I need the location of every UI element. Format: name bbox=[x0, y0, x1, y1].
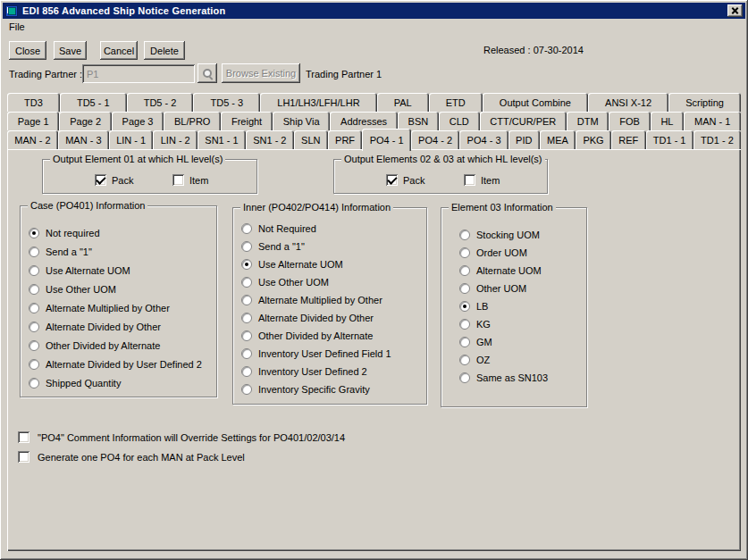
radio-option-not-required[interactable]: Not Required bbox=[241, 222, 426, 234]
radio-option-alternate-divided-by-user-defined-2[interactable]: Alternate Divided by User Defined 2 bbox=[29, 358, 216, 370]
checkbox-pack[interactable] bbox=[95, 174, 106, 186]
radio-option-use-alternate-uom[interactable]: Use Alternate UOM bbox=[29, 264, 216, 276]
radio-option-alternate-divided-by-other[interactable]: Alternate Divided by Other bbox=[29, 321, 216, 332]
checkbox-item[interactable] bbox=[172, 174, 184, 186]
checkbox[interactable] bbox=[18, 451, 29, 463]
radio-option-lb[interactable]: LB bbox=[459, 300, 586, 312]
radio-use-other-uom[interactable] bbox=[241, 277, 252, 288]
radio-other-divided-by-alternate[interactable] bbox=[241, 330, 252, 341]
close-button[interactable] bbox=[727, 4, 743, 17]
radio-option-shipped-quantity[interactable]: Shipped Quantity bbox=[29, 377, 216, 389]
tab-output-combine[interactable]: Output Combine bbox=[483, 93, 588, 112]
tab-td3[interactable]: TD3 bbox=[7, 93, 60, 112]
tab-po4-1[interactable]: PO4 - 1 bbox=[362, 129, 410, 151]
radio-option-gm[interactable]: GM bbox=[459, 336, 586, 347]
tab-ship-via[interactable]: Ship Via bbox=[273, 112, 330, 130]
tab-lin-2[interactable]: LIN - 2 bbox=[153, 130, 198, 149]
radio-use-alternate-uom[interactable] bbox=[29, 265, 39, 276]
radio-alternate-divided-by-other[interactable] bbox=[29, 322, 39, 332]
radio-oz[interactable] bbox=[459, 355, 470, 365]
radio-lb[interactable] bbox=[459, 301, 470, 312]
tab-ansi-x-12[interactable]: ANSI X-12 bbox=[588, 93, 668, 112]
tab-prf[interactable]: PRF bbox=[328, 130, 363, 149]
radio-option-same-as-sn103[interactable]: Same as SN103 bbox=[459, 372, 586, 383]
radio-option-not-required[interactable]: Not required bbox=[29, 227, 216, 238]
radio-option-send-a-1[interactable]: Send a "1" bbox=[241, 240, 426, 252]
tab-td1-2[interactable]: TD1 - 2 bbox=[693, 130, 741, 149]
checkbox[interactable] bbox=[18, 431, 29, 443]
tab-bsn[interactable]: BSN bbox=[398, 112, 439, 130]
radio-shipped-quantity[interactable] bbox=[29, 378, 39, 389]
tab-pal[interactable]: PAL bbox=[377, 93, 429, 112]
tab-fob[interactable]: FOB bbox=[609, 112, 650, 130]
radio-option-inventory-specific-gravity[interactable]: Inventory Specific Gravity bbox=[241, 383, 426, 395]
radio-stocking-uom[interactable] bbox=[459, 230, 470, 240]
tab-hl[interactable]: HL bbox=[651, 112, 685, 130]
radio-gm[interactable] bbox=[459, 337, 470, 347]
tab-lh1-lh3-lfh-lhr[interactable]: LH1/LH3/LFH/LHR bbox=[260, 93, 376, 112]
checkbox-option-generate-one-po4-for-each-man-at-pack-le[interactable]: Generate one PO4 for each MAN at Pack Le… bbox=[18, 451, 345, 463]
tab-pkg[interactable]: PKG bbox=[576, 130, 611, 149]
tab-td5-3[interactable]: TD5 - 3 bbox=[193, 93, 260, 112]
radio-same-as-sn103[interactable] bbox=[459, 372, 470, 383]
radio-inventory-specific-gravity[interactable] bbox=[241, 384, 252, 395]
close-button[interactable]: Close bbox=[9, 41, 46, 60]
radio-other-uom[interactable] bbox=[459, 283, 470, 294]
browse-existing-button[interactable]: Browse Existing bbox=[222, 63, 300, 83]
radio-option-other-divided-by-alternate[interactable]: Other Divided by Alternate bbox=[29, 339, 216, 351]
tab-man-2[interactable]: MAN - 2 bbox=[7, 130, 58, 149]
checkbox-option-po4-comment-information-will-override-se[interactable]: "PO4" Comment Information will Override … bbox=[18, 431, 345, 443]
tab-td1-1[interactable]: TD1 - 1 bbox=[646, 130, 693, 149]
radio-option-alternate-multiplied-by-other[interactable]: Alternate Multiplied by Other bbox=[29, 302, 216, 313]
radio-alternate-divided-by-other[interactable] bbox=[241, 313, 252, 323]
radio-not-required[interactable] bbox=[241, 223, 252, 234]
tab-page-2[interactable]: Page 2 bbox=[59, 112, 111, 130]
checkbox-option-item[interactable]: Item bbox=[172, 174, 208, 186]
tab-addresses[interactable]: Addresses bbox=[330, 112, 398, 130]
tab-po4-2[interactable]: PO4 - 2 bbox=[411, 130, 459, 149]
radio-inventory-user-defined-field-1[interactable] bbox=[241, 348, 252, 359]
radio-option-alternate-uom[interactable]: Alternate UOM bbox=[459, 264, 586, 276]
tab-td5-1[interactable]: TD5 - 1 bbox=[60, 93, 127, 112]
tab-pid[interactable]: PID bbox=[508, 130, 540, 149]
tab-bl-pro[interactable]: BL/PRO bbox=[164, 112, 221, 130]
tab-cld[interactable]: CLD bbox=[439, 112, 480, 130]
radio-option-oz[interactable]: OZ bbox=[459, 354, 586, 365]
radio-option-stocking-uom[interactable]: Stocking UOM bbox=[459, 229, 586, 240]
tab-page-3[interactable]: Page 3 bbox=[112, 112, 164, 130]
tab-sn1-1[interactable]: SN1 - 1 bbox=[198, 130, 246, 149]
radio-option-other-uom[interactable]: Other UOM bbox=[459, 282, 586, 294]
tab-ref[interactable]: REF bbox=[611, 130, 646, 149]
radio-option-send-a-1[interactable]: Send a "1" bbox=[29, 246, 216, 257]
radio-option-inventory-user-defined-field-1[interactable]: Inventory User Defined Field 1 bbox=[241, 347, 426, 359]
cancel-button[interactable]: Cancel bbox=[100, 41, 138, 60]
radio-inventory-user-defined-2[interactable] bbox=[241, 366, 252, 377]
trading-partner-input[interactable] bbox=[82, 64, 195, 83]
radio-use-alternate-uom[interactable] bbox=[241, 259, 252, 270]
radio-other-divided-by-alternate[interactable] bbox=[29, 340, 39, 351]
save-button[interactable]: Save bbox=[54, 41, 87, 60]
menu-file[interactable]: File bbox=[3, 21, 31, 33]
radio-kg[interactable] bbox=[459, 319, 470, 330]
tab-etd[interactable]: ETD bbox=[429, 93, 483, 112]
tab-page-1[interactable]: Page 1 bbox=[7, 112, 59, 130]
delete-button[interactable]: Delete bbox=[144, 41, 185, 60]
tab-lin-1[interactable]: LIN - 1 bbox=[109, 130, 154, 149]
tab-po4-3[interactable]: PO4 - 3 bbox=[459, 130, 508, 149]
checkbox-option-item[interactable]: Item bbox=[464, 174, 500, 186]
radio-option-alternate-divided-by-other[interactable]: Alternate Divided by Other bbox=[241, 312, 426, 323]
radio-alternate-multiplied-by-other[interactable] bbox=[241, 295, 252, 305]
radio-alternate-multiplied-by-other[interactable] bbox=[29, 303, 39, 313]
search-button[interactable] bbox=[198, 63, 217, 83]
checkbox-pack[interactable] bbox=[386, 174, 398, 186]
radio-alternate-divided-by-user-defined-2[interactable] bbox=[29, 359, 39, 370]
checkbox-option-pack[interactable]: Pack bbox=[386, 174, 424, 186]
radio-option-order-uom[interactable]: Order UOM bbox=[459, 247, 586, 258]
tab-td5-2[interactable]: TD5 - 2 bbox=[127, 93, 194, 112]
radio-option-alternate-multiplied-by-other[interactable]: Alternate Multiplied by Other bbox=[241, 294, 426, 305]
radio-option-use-other-uom[interactable]: Use Other UOM bbox=[241, 276, 426, 288]
radio-option-use-alternate-uom[interactable]: Use Alternate UOM bbox=[241, 258, 426, 270]
tab-man-1[interactable]: MAN - 1 bbox=[684, 112, 741, 130]
radio-option-inventory-user-defined-2[interactable]: Inventory User Defined 2 bbox=[241, 365, 426, 377]
tab-man-3[interactable]: MAN - 3 bbox=[58, 130, 109, 149]
